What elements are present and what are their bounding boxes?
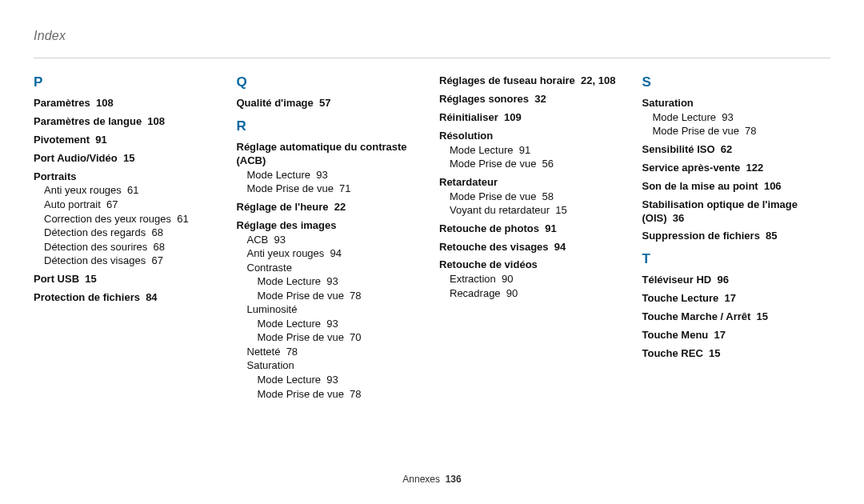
index-entry: Service après-vente 122 — [642, 162, 831, 175]
index-entry-title: Touche Menu 17 — [642, 329, 831, 342]
index-entry-title: Touche REC 15 — [642, 347, 831, 361]
index-subentry: Recadrage 90 — [450, 286, 628, 301]
index-entry: Touche Lecture 17 — [642, 292, 831, 306]
index-entry: Retouche des visages 94 — [439, 241, 628, 254]
index-entry: Réglage automatique du contraste (ACB)Mo… — [237, 141, 426, 196]
section-letter: P — [34, 74, 222, 90]
index-entry: Réglage des imagesACB 93Anti yeux rouges… — [237, 219, 426, 401]
index-subentry: Anti yeux rouges 94 — [247, 246, 426, 261]
index-sub2-entry: Mode Prise de vue 78 — [258, 387, 426, 402]
index-subentry: Détection des regards 68 — [44, 226, 222, 240]
index-entry: Port USB 15 — [34, 273, 222, 286]
index-subentry: Mode Lecture 93 — [653, 110, 831, 125]
index-entry: Paramètres de langue 108 — [34, 115, 222, 129]
index-columns: PParamètres 108Paramètres de langue 108P… — [34, 74, 830, 466]
index-entry-title: Protection de fichiers 84 — [34, 291, 222, 305]
index-subentry: Mode Prise de vue 56 — [450, 157, 628, 171]
index-entry-title: Port USB 15 — [34, 273, 222, 286]
section-letter: Q — [237, 74, 426, 90]
index-entry: SaturationMode Lecture 93Mode Prise de v… — [642, 97, 831, 138]
footer-section: Annexes — [402, 474, 440, 485]
index-entry-title: Paramètres 108 — [34, 97, 222, 110]
index-entry: Touche REC 15 — [642, 347, 831, 361]
index-sub2-entry: Mode Prise de vue 78 — [258, 289, 426, 303]
index-subentry: Netteté 78 — [247, 345, 426, 359]
index-entry: Son de la mise au point 106 — [642, 180, 831, 194]
index-entry: Pivotement 91 — [34, 134, 222, 147]
index-entry-title: Qualité d'image 57 — [237, 97, 426, 110]
index-subentry: Contraste — [247, 261, 426, 275]
index-subentry: Luminosité — [247, 302, 426, 317]
section-letter: T — [642, 251, 831, 267]
index-entry-title: Réglages sonores 32 — [439, 93, 628, 106]
header-rule — [34, 58, 830, 58]
index-column: PParamètres 108Paramètres de langue 108P… — [34, 74, 222, 466]
index-entry-title: Saturation — [642, 97, 831, 110]
index-subentry: Correction des yeux rouges 61 — [44, 212, 222, 226]
index-entry-title: Réglage automatique du contraste (ACB) — [237, 141, 426, 168]
index-entry: Retouche de photos 91 — [439, 222, 628, 236]
index-entry-title: Son de la mise au point 106 — [642, 180, 831, 194]
index-page: Index PParamètres 108Paramètres de langu… — [0, 0, 864, 504]
index-entry-title: Téléviseur HD 96 — [642, 274, 831, 287]
index-entry: Réglage de l'heure 22 — [237, 201, 426, 214]
index-entry-title: Réinitialiser 109 — [439, 111, 628, 125]
section-letter: R — [237, 118, 426, 134]
index-subentry: Mode Prise de vue 78 — [653, 124, 831, 138]
index-subentry: Saturation — [247, 358, 426, 373]
index-entry: Réglages de fuseau horaire 22, 108 — [439, 74, 628, 88]
footer-page: 136 — [446, 474, 462, 485]
index-entry-title: Touche Marche / Arrêt 15 — [642, 310, 831, 324]
index-entry: Qualité d'image 57 — [237, 97, 426, 110]
index-entry: Réinitialiser 109 — [439, 111, 628, 125]
index-entry-title: Réglage des images — [237, 219, 426, 233]
index-entry: Protection de fichiers 84 — [34, 291, 222, 305]
index-entry-title: Réglage de l'heure 22 — [237, 201, 426, 214]
index-entry-title: Service après-vente 122 — [642, 162, 831, 175]
index-sub2-entry: Mode Lecture 93 — [258, 274, 426, 289]
index-entry: RésolutionMode Lecture 91Mode Prise de v… — [439, 130, 628, 171]
index-entry-title: Suppression de fichiers 85 — [642, 230, 831, 243]
index-entry-title: Retouche des visages 94 — [439, 241, 628, 254]
index-entry-title: Retouche de photos 91 — [439, 222, 628, 236]
index-entry: Retouche de vidéosExtraction 90Recadrage… — [439, 258, 628, 300]
index-entry: Stabilisation optique de l'image (OIS) 3… — [642, 198, 831, 226]
index-entry: Sensibilité ISO 62 — [642, 143, 831, 157]
index-subentry: Mode Prise de vue 71 — [247, 182, 426, 196]
index-entry-title: Pivotement 91 — [34, 134, 222, 147]
index-sub2-entry: Mode Lecture 93 — [258, 373, 426, 387]
index-entry: Téléviseur HD 96 — [642, 274, 831, 287]
index-subentry: Mode Prise de vue 58 — [450, 190, 628, 204]
index-entry-title: Retouche de vidéos — [439, 258, 628, 272]
index-entry-title: Touche Lecture 17 — [642, 292, 831, 306]
index-column: QQualité d'image 57RRéglage automatique … — [237, 74, 426, 466]
index-sub2-entry: Mode Lecture 93 — [258, 317, 426, 331]
index-entry-title: Portraits — [34, 170, 222, 184]
index-entry: Réglages sonores 32 — [439, 93, 628, 106]
index-subentry: Extraction 90 — [450, 272, 628, 286]
index-column: SSaturationMode Lecture 93Mode Prise de … — [642, 74, 831, 466]
index-entry-title: Paramètres de langue 108 — [34, 115, 222, 129]
index-entry: RetardateurMode Prise de vue 58Voyant du… — [439, 176, 628, 218]
index-subentry: Mode Lecture 91 — [450, 143, 628, 158]
index-entry: Port Audio/Vidéo 15 — [34, 152, 222, 166]
index-subentry: Auto portrait 67 — [44, 198, 222, 212]
index-subentry: Voyant du retardateur 15 — [450, 203, 628, 218]
index-subentry: ACB 93 — [247, 233, 426, 247]
index-entry: Touche Menu 17 — [642, 329, 831, 342]
index-entry-title: Port Audio/Vidéo 15 — [34, 152, 222, 166]
index-entry: Suppression de fichiers 85 — [642, 230, 831, 243]
page-footer: Annexes 136 — [34, 474, 830, 485]
index-subentry: Mode Lecture 93 — [247, 168, 426, 182]
index-entry: PortraitsAnti yeux rouges 61Auto portrai… — [34, 170, 222, 268]
index-entry: Paramètres 108 — [34, 97, 222, 110]
index-column: Réglages de fuseau horaire 22, 108Réglag… — [439, 74, 628, 466]
index-entry-title: Réglages de fuseau horaire 22, 108 — [439, 74, 628, 88]
page-header: Index — [34, 29, 830, 43]
index-entry-title: Retardateur — [439, 176, 628, 190]
index-subentry: Détection des visages 67 — [44, 254, 222, 268]
index-entry: Touche Marche / Arrêt 15 — [642, 310, 831, 324]
index-subentry: Détection des sourires 68 — [44, 240, 222, 254]
section-letter: S — [642, 74, 831, 90]
index-entry-title: Résolution — [439, 130, 628, 143]
